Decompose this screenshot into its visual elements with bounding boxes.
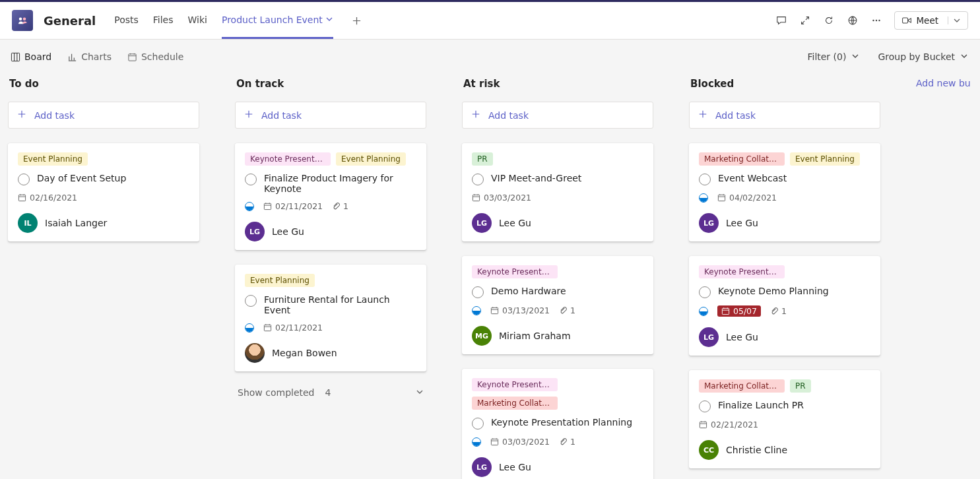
avatar[interactable]: IL xyxy=(18,213,38,233)
assignee-name: Megan Bowen xyxy=(272,348,337,358)
add-task-button[interactable]: Add task xyxy=(235,102,426,129)
progress-icon xyxy=(699,193,708,203)
avatar[interactable]: LG xyxy=(472,213,492,233)
group-by-button[interactable]: Group by Bucket xyxy=(878,51,968,62)
svg-rect-12 xyxy=(473,195,479,201)
complete-checkbox[interactable] xyxy=(18,174,30,185)
task-meta: 03/03/20211 xyxy=(472,437,643,447)
assignee-name: Lee Gu xyxy=(726,218,758,228)
due-date: 02/16/2021 xyxy=(18,193,77,203)
task-card[interactable]: PR VIP Meet-and-Greet 03/03/2021 LG Lee … xyxy=(462,143,653,241)
tab-files[interactable]: Files xyxy=(153,2,174,39)
kanban-board: To do Add task Event Planning Day of Eve… xyxy=(0,62,980,479)
more-icon[interactable] xyxy=(870,15,882,26)
task-card[interactable]: Keynote Presentati...Marketing Collatera… xyxy=(462,369,653,479)
avatar[interactable]: LG xyxy=(699,327,719,347)
add-bucket-button[interactable]: Add new bu xyxy=(916,74,980,92)
complete-checkbox[interactable] xyxy=(245,174,257,185)
show-completed-toggle[interactable]: Show completed4 xyxy=(235,383,426,402)
add-task-button[interactable]: Add task xyxy=(8,102,199,129)
task-title: Day of Event Setup xyxy=(37,173,126,183)
planner-viewbar: Board Charts Schedule Filter (0) Group b… xyxy=(0,40,980,62)
avatar[interactable]: LG xyxy=(245,222,265,241)
progress-icon xyxy=(245,202,254,211)
task-card[interactable]: Event Planning Furniture Rental for Laun… xyxy=(235,265,426,371)
task-card[interactable]: Keynote Presentati... Demo Hardware 03/1… xyxy=(462,256,653,354)
due-date: 02/11/2021 xyxy=(263,323,323,333)
task-meta: 02/11/2021 xyxy=(245,323,416,333)
task-card[interactable]: Keynote Presentati...Event Planning Fina… xyxy=(235,143,426,250)
complete-checkbox[interactable] xyxy=(472,174,484,185)
avatar[interactable]: CC xyxy=(699,440,719,460)
filter-label: Filter (0) xyxy=(807,51,846,62)
task-title: Finalize Launch PR xyxy=(718,400,804,410)
chevron-down-icon[interactable] xyxy=(325,15,333,25)
add-tab-button[interactable] xyxy=(348,11,366,30)
show-completed-label: Show completed xyxy=(238,387,315,398)
avatar[interactable]: MG xyxy=(472,326,492,346)
due-date: 03/13/2021 xyxy=(490,305,550,315)
complete-checkbox[interactable] xyxy=(472,286,484,298)
svg-point-5 xyxy=(879,20,880,21)
filter-button[interactable]: Filter (0) xyxy=(807,51,859,62)
task-meta: 05/071 xyxy=(699,305,870,317)
complete-checkbox[interactable] xyxy=(699,174,711,185)
complete-checkbox[interactable] xyxy=(699,286,711,298)
bucket-column: On track Add task Keynote Presentati...E… xyxy=(235,74,462,479)
globe-icon[interactable] xyxy=(847,15,859,26)
view-charts[interactable]: Charts xyxy=(67,51,112,62)
view-label: Charts xyxy=(81,51,112,62)
task-labels: Event Planning xyxy=(18,152,189,166)
bucket-title[interactable]: On track xyxy=(235,74,462,90)
chevron-down-icon[interactable] xyxy=(948,16,961,24)
complete-checkbox[interactable] xyxy=(472,418,484,430)
plus-icon xyxy=(471,110,480,121)
task-labels: Event Planning xyxy=(245,274,416,287)
avatar[interactable]: LG xyxy=(699,213,719,233)
view-schedule[interactable]: Schedule xyxy=(127,51,183,62)
task-card[interactable]: Marketing CollateralPR Finalize Launch P… xyxy=(689,370,880,468)
progress-icon xyxy=(245,323,254,333)
task-label: PR xyxy=(790,379,811,393)
add-task-label: Add task xyxy=(261,110,302,121)
channel-name[interactable]: General xyxy=(44,14,96,28)
bucket-title[interactable]: To do xyxy=(8,74,235,90)
avatar[interactable]: LG xyxy=(472,457,492,477)
channel-tabs: Posts Files Wiki Product Launch Event xyxy=(114,2,366,39)
meet-button[interactable]: Meet xyxy=(894,11,968,30)
channel-avatar-icon xyxy=(12,10,33,31)
bucket-title[interactable]: At risk xyxy=(462,74,689,90)
complete-checkbox[interactable] xyxy=(699,400,711,412)
task-labels: Marketing CollateralEvent Planning xyxy=(699,152,870,166)
add-task-button[interactable]: Add task xyxy=(689,102,880,129)
refresh-icon[interactable] xyxy=(823,15,835,26)
task-title: Demo Hardware xyxy=(491,286,566,296)
completed-count: 4 xyxy=(325,387,331,398)
tab-posts[interactable]: Posts xyxy=(114,2,139,39)
svg-point-1 xyxy=(23,18,26,21)
plus-icon xyxy=(698,110,707,121)
assignee-name: Lee Gu xyxy=(726,332,758,342)
svg-rect-7 xyxy=(11,53,19,61)
task-card[interactable]: Keynote Presentati... Keynote Demo Plann… xyxy=(689,256,880,356)
task-label: Event Planning xyxy=(336,152,406,166)
attachment-count: 1 xyxy=(770,306,787,316)
attachment-count: 1 xyxy=(332,201,348,211)
view-board[interactable]: Board xyxy=(11,51,51,62)
tab-product-launch-event[interactable]: Product Launch Event xyxy=(222,2,333,39)
task-card[interactable]: Event Planning Day of Event Setup 02/16/… xyxy=(8,143,199,241)
complete-checkbox[interactable] xyxy=(245,295,257,307)
task-labels: PR xyxy=(472,152,643,166)
task-labels: Keynote Presentati...Marketing Collatera… xyxy=(472,378,643,410)
tab-wiki[interactable]: Wiki xyxy=(188,2,207,39)
svg-rect-9 xyxy=(18,195,25,201)
avatar[interactable] xyxy=(245,343,265,363)
task-card[interactable]: Marketing CollateralEvent Planning Event… xyxy=(689,143,880,241)
add-task-button[interactable]: Add task xyxy=(462,102,653,129)
svg-rect-13 xyxy=(491,307,498,313)
conversation-icon[interactable] xyxy=(775,15,787,26)
expand-icon[interactable] xyxy=(799,15,811,26)
task-meta: 03/13/20211 xyxy=(472,305,643,315)
svg-rect-10 xyxy=(264,203,271,209)
bucket-title[interactable]: Blocked xyxy=(689,74,916,90)
